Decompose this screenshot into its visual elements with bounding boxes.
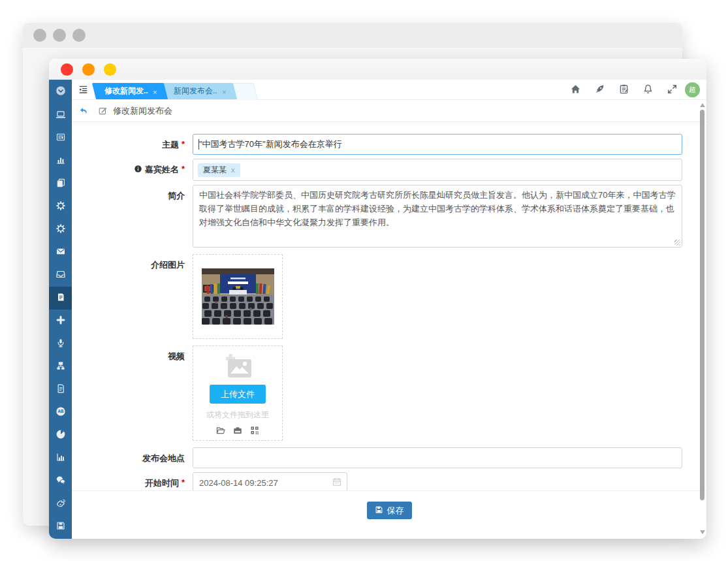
sidebar-item-gear[interactable] — [49, 195, 72, 218]
sidebar-item-pie-chart[interactable] — [49, 424, 72, 447]
image-placeholder-icon — [221, 352, 255, 381]
minimize-window-button[interactable] — [82, 63, 95, 76]
sidebar-item-floppy[interactable] — [49, 515, 72, 538]
back-arrow-icon[interactable] — [78, 106, 89, 116]
window-dot — [33, 29, 46, 42]
location-label: 发布会地点 — [72, 447, 193, 468]
file-text-icon — [55, 383, 66, 396]
sidebar-item-laptop[interactable] — [49, 104, 72, 127]
image-label: 介绍图片 — [72, 254, 193, 339]
vertical-scrollbar[interactable] — [699, 102, 706, 536]
subject-row: 主题 * — [72, 134, 706, 155]
microphone-icon — [55, 338, 66, 351]
desktop-background: AB 修改新闻发..×新闻发布会..× 超 修改新闻发布会 主 — [0, 0, 728, 561]
sidebar-item-gear[interactable] — [49, 218, 72, 241]
sidebar: AB — [49, 80, 72, 539]
start-time-input[interactable] — [193, 472, 347, 490]
info-circle-icon — [134, 165, 142, 173]
guest-tag[interactable]: 夏某某 x — [198, 163, 240, 177]
home-icon[interactable] — [570, 84, 581, 95]
remove-tag-icon[interactable]: x — [231, 166, 235, 174]
breadcrumb: 修改新闻发布会 — [72, 100, 706, 122]
video-upload-dropzone[interactable]: 上传文件 或将文件拖到这里 — [193, 345, 283, 441]
zoom-window-button[interactable] — [104, 63, 116, 76]
start-time-row: 开始时间 * — [72, 472, 706, 490]
avatar[interactable]: 超 — [685, 82, 700, 97]
ab-circle-icon: AB — [55, 406, 66, 419]
pie-chart-icon — [55, 429, 66, 442]
clipboard-icon[interactable] — [618, 84, 629, 95]
svg-text:AB: AB — [57, 409, 64, 413]
sidebar-item-wechat[interactable] — [49, 470, 72, 492]
app-window: AB 修改新闻发..×新闻发布会..× 超 修改新闻发布会 主 — [49, 59, 706, 539]
intro-textarea[interactable]: 中国社会科学院学部委员、中国历史研究院考古研究所所长陈星灿研究员做主旨发言。他认… — [193, 185, 682, 248]
scroll-down-arrow[interactable] — [700, 530, 705, 534]
sidebar-item-weibo[interactable] — [49, 492, 72, 515]
intro-image-preview[interactable] — [193, 254, 283, 339]
rocket-icon[interactable] — [594, 84, 605, 95]
tab-修改新闻发[interactable]: 修改新闻发..× — [92, 83, 168, 99]
sidebar-item-copy[interactable] — [49, 172, 72, 195]
qrcode-icon[interactable] — [249, 425, 260, 436]
network-icon — [55, 361, 66, 374]
sidebar-item-document[interactable] — [49, 287, 72, 310]
sidebar-logo[interactable] — [49, 80, 72, 104]
sidebar-item-inbox[interactable] — [49, 264, 72, 287]
text-cursor — [198, 139, 199, 150]
upload-source-icons — [215, 425, 260, 436]
background-window-titlebar — [23, 23, 682, 48]
guest-row: 嘉宾姓名 * 夏某某 x — [72, 159, 706, 181]
scrollbar-thumb[interactable] — [700, 110, 704, 500]
save-button[interactable]: 保存 — [367, 502, 412, 519]
window-dot — [72, 29, 86, 42]
sidebar-item-histogram[interactable] — [49, 447, 72, 470]
collapse-menu-icon[interactable] — [78, 84, 89, 95]
form-footer: 保存 — [72, 490, 706, 539]
tab-新闻发布会[interactable]: 新闻发布会..× — [161, 83, 237, 99]
sidebar-item-envelope[interactable] — [49, 241, 72, 264]
close-tab-icon[interactable]: × — [153, 88, 157, 96]
sidebar-item-ab-circle[interactable]: AB — [49, 401, 72, 424]
edit-icon — [98, 106, 108, 116]
folder-icon[interactable] — [215, 425, 226, 436]
scroll-up-arrow[interactable] — [700, 103, 705, 107]
calendar-icon[interactable] — [332, 477, 341, 487]
header-icons — [570, 84, 678, 95]
laptop-icon — [55, 109, 66, 122]
bar-chart-icon — [55, 155, 66, 168]
close-window-button[interactable] — [61, 63, 73, 76]
intro-row: 简介 中国社会科学院学部委员、中国历史研究院考古研究所所长陈星灿研究员做主旨发言… — [72, 185, 706, 248]
guest-name-input[interactable]: 夏某某 x — [193, 159, 682, 181]
location-input[interactable] — [193, 447, 682, 468]
resize-handle[interactable] — [674, 240, 680, 246]
floppy-icon — [55, 521, 66, 534]
logo-chevron-down-icon — [55, 86, 66, 99]
tab-bar: 修改新闻发..×新闻发布会..× 超 — [72, 80, 706, 100]
upload-file-button[interactable]: 上传文件 — [210, 385, 266, 404]
camera-icon[interactable] — [232, 425, 243, 436]
window-dot — [53, 29, 66, 42]
subject-input[interactable] — [193, 134, 682, 155]
sidebar-item-file-text[interactable] — [49, 378, 72, 401]
main-panel: 修改新闻发..×新闻发布会..× 超 修改新闻发布会 主题 * — [72, 80, 706, 539]
video-row: 视频 上传文件 或将文件拖到这里 — [72, 345, 706, 441]
start-time-label: 开始时间 * — [72, 472, 193, 490]
video-label: 视频 — [72, 345, 193, 441]
close-tab-icon[interactable]: × — [222, 88, 226, 96]
sidebar-item-microphone[interactable] — [49, 332, 72, 355]
window-titlebar[interactable] — [49, 59, 706, 80]
page-title: 修改新闻发布会 — [113, 105, 172, 117]
histogram-icon — [55, 452, 66, 465]
document-icon — [55, 292, 66, 305]
sidebar-item-newspaper[interactable] — [49, 127, 72, 150]
location-row: 发布会地点 — [72, 447, 706, 468]
sidebar-item-bar-chart[interactable] — [49, 150, 72, 172]
open-tabs: 修改新闻发..×新闻发布会..× — [94, 83, 256, 99]
expand-icon[interactable] — [667, 84, 678, 95]
bell-icon[interactable] — [642, 84, 654, 95]
wechat-icon — [55, 475, 66, 488]
sidebar-item-network[interactable] — [49, 355, 72, 378]
gear-icon — [55, 200, 66, 214]
sidebar-item-plus[interactable] — [49, 310, 72, 332]
newspaper-icon — [55, 132, 66, 145]
